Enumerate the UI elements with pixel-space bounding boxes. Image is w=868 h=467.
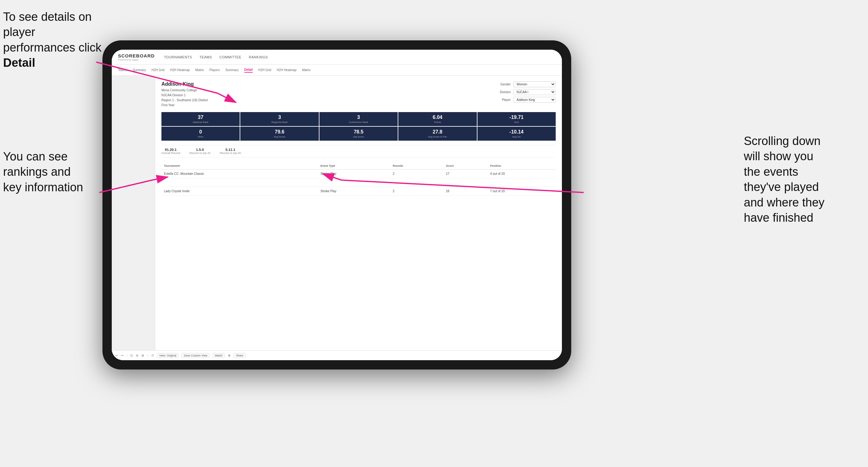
tab-h2h-grid2[interactable]: H2H Grid [258,68,271,72]
stat-avg-par-value: 27.8 [400,129,475,135]
record-top50-label: Record vs top 50 [220,152,241,155]
col-score: Score [444,162,488,169]
nav-rankings[interactable]: RANKINGS [249,54,268,60]
player-label: Player [494,98,511,101]
main-content: Addison King Mesa Community College NJCA… [112,76,562,350]
record-overall: 91-20-1 Overall Record [161,148,180,155]
stats-grid-1: 37 National Rank 3 Regional Rank 3 Confe… [161,112,556,126]
col-event-type: Event Type [318,162,390,169]
table-row [161,178,556,187]
stat-adj-score: 78.5 Adj Score [319,127,398,141]
annotation-right: Scrolling down will show you the events … [744,133,862,225]
record-top50: 5-11-1 Record vs top 50 [220,148,241,155]
table-row: Lady Coyote Invite Stroke Play 2 16 7 ou… [161,187,556,196]
tablet-frame: SCOREBOARD Powered by clippd TOURNAMENTS… [102,40,571,370]
row1-rounds: 2 [390,169,444,178]
player-control: Player Addison King [494,97,556,103]
stat-conference-rank-label: Conference Rank [321,121,396,124]
player-division: NJCAA Division 1 [161,93,208,98]
stat-national-rank: 37 National Rank [161,112,240,126]
col-tournament: Tournament [161,162,318,169]
player-header: Addison King Mesa Community College NJCA… [161,81,556,108]
division-control: Division NJCAA I [494,89,556,95]
screen-icon[interactable]: 🖥 [228,354,231,357]
tab-summary[interactable]: Summary [132,68,146,72]
tab-summary2[interactable]: Summary [225,68,239,72]
nav-items: TOURNAMENTS TEAMS COMMITTEE RANKINGS [164,54,268,60]
stat-wins-value: 0 [163,129,238,135]
nav-committee[interactable]: COMMITTEE [219,54,242,60]
annotation-bottom-left: You can see rankings and key information [3,149,108,195]
player-controls: Gender Women Division NJCAA I [494,81,556,108]
row3-tournament: Lady Coyote Invite [161,187,318,196]
division-label: Division [494,90,511,94]
row1-position: 4 out of 20 [488,169,556,178]
zoom-out-icon[interactable]: ⊟ [136,354,138,357]
row3-rounds: 2 [390,187,444,196]
stat-avg-sg-label: Avg SG [479,135,554,138]
top-nav: SCOREBOARD Powered by clippd TOURNAMENTS… [112,50,562,65]
nav-tournaments[interactable]: TOURNAMENTS [164,54,192,60]
tab-h2h-grid[interactable]: H2H Grid [152,68,164,72]
stat-national-rank-label: National Rank [163,121,238,124]
share-btn[interactable]: Share [234,353,246,358]
zoom-in-icon[interactable]: ⊞ [142,354,144,357]
tab-teams[interactable]: Teams [118,68,127,72]
logo-area: SCOREBOARD Powered by clippd [118,53,155,61]
division-select[interactable]: NJCAA I [513,89,556,95]
stat-sos-label: SoS [479,121,554,124]
clock-icon: ⏱ [151,354,154,357]
gender-select[interactable]: Women [513,81,556,87]
tab-detail[interactable]: Detail [244,67,253,73]
row1-event-type: Stroke Play [318,169,390,178]
separator1: | [127,354,127,357]
row2-tournament [161,178,318,187]
undo-icon[interactable]: ↩ [116,354,118,357]
stat-adj-score-value: 78.5 [321,129,396,135]
row3-score: 16 [444,187,488,196]
stat-regional-rank-label: Regional Rank [242,121,317,124]
row3-position: 7 out of 20 [488,187,556,196]
save-custom-view-btn[interactable]: Save Custom View [182,353,210,358]
tab-matrix2[interactable]: Matrix [302,68,310,72]
watch-btn[interactable]: Watch [213,353,225,358]
view-original-btn[interactable]: View: Original [157,353,179,358]
bottom-toolbar: ↩ ↪ | ⊡ ⊟ ⊞ | ⏱ View: Original Save Cust… [112,350,562,360]
sub-nav: Teams Summary H2H Grid H2H Heatmap Matri… [112,65,562,76]
stat-points-label: Points [400,121,475,124]
stat-avg-par: 27.8 Avg Score to Par [398,127,476,141]
tablet-screen: SCOREBOARD Powered by clippd TOURNAMENTS… [112,50,562,360]
gender-label: Gender [494,83,511,86]
record-overall-label: Overall Record [161,152,180,155]
tab-h2h-heatmap[interactable]: H2H Heatmap [170,68,190,72]
stat-sos: -19.71 SoS [477,112,556,126]
record-top25: 1-5-0 Record vs top 25 [189,148,211,155]
stat-avg-sg-value: -10.14 [479,129,554,135]
zoom-fit-icon[interactable]: ⊡ [130,354,133,357]
stat-points-value: 6.04 [400,115,475,120]
tab-matrix[interactable]: Matrix [195,68,204,72]
stat-sos-value: -19.71 [479,115,554,120]
stat-conference-rank-value: 3 [321,115,396,120]
col-position: Position [488,162,556,169]
stat-wins-label: Wins [163,135,238,138]
redo-icon[interactable]: ↪ [121,354,124,357]
player-select[interactable]: Addison King [513,97,556,103]
stat-avg-sg: -10.14 Avg SG [477,127,556,141]
nav-teams[interactable]: TEAMS [199,54,212,60]
records-row: 91-20-1 Overall Record 1-5-0 Record vs t… [161,145,556,157]
record-top25-label: Record vs top 25 [189,152,211,155]
tab-h2h-heatmap2[interactable]: H2H Heatmap [277,68,297,72]
left-sidebar [112,76,155,350]
col-rounds: Rounds [390,162,444,169]
player-region: Region 1 - Southwest (18) District [161,98,208,103]
stat-regional-rank-value: 3 [242,115,317,120]
app-content: SCOREBOARD Powered by clippd TOURNAMENTS… [112,50,562,360]
tab-players[interactable]: Players [210,68,220,72]
stat-avg-score-value: 79.6 [242,129,317,135]
separator2: | [147,354,148,357]
stat-avg-par-label: Avg Score to Par [400,135,475,138]
stat-conference-rank: 3 Conference Rank [319,112,398,126]
record-overall-value: 91-20-1 [161,148,180,152]
record-top25-value: 1-5-0 [189,148,211,152]
